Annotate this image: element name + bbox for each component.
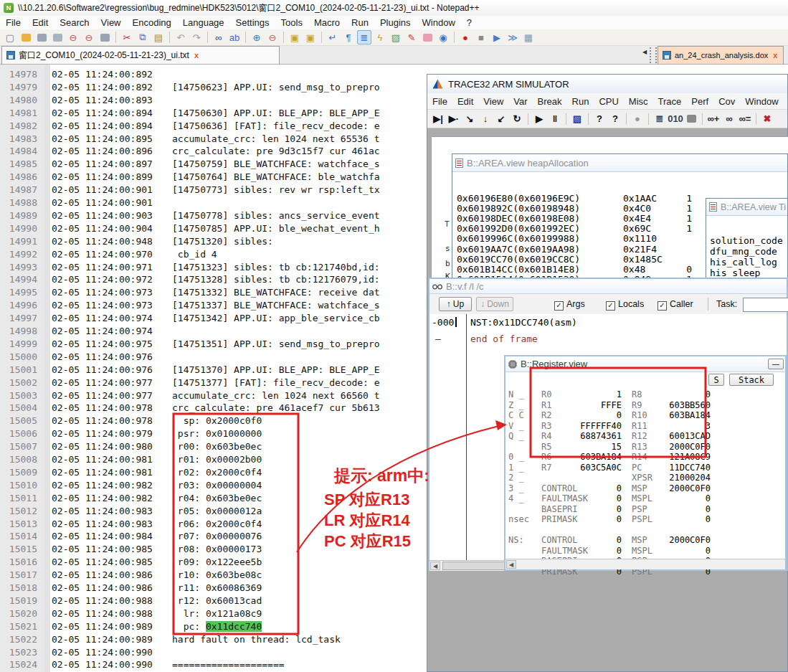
npp-menu-macro[interactable]: Macro [308,16,346,29]
show-all-chars-icon[interactable]: ≣ [357,30,371,44]
save-all-icon[interactable] [50,30,65,44]
tab-scroll-left-icon[interactable]: ◀ [642,49,647,55]
register-window-titlebar[interactable]: B::Register.view — [505,356,785,372]
error-icon[interactable]: ✖ [760,111,774,126]
save-icon[interactable] [34,30,49,44]
list-icon[interactable]: ≣ [652,111,667,126]
break-icon[interactable]: ‖ [548,111,562,126]
npp-menu-view[interactable]: View [95,16,127,29]
save-macro-icon[interactable]: ▦ [521,30,536,44]
step-icon[interactable]: ▶| [431,111,445,126]
record-macro-icon[interactable]: ● [458,30,473,44]
minimize-button[interactable]: — [768,359,784,369]
context-help-icon[interactable]: ? [608,111,622,126]
var-add-icon[interactable]: ∞+ [706,111,721,126]
run-multi-macro-icon[interactable]: ≫ [505,30,520,44]
register-view-window[interactable]: B::Register.view — N _R01R80Z _R1FFFER96… [504,355,787,571]
go-return-icon[interactable]: ↙ [494,111,508,126]
npp-menu-edit[interactable]: Edit [27,16,54,29]
frame-window-titlebar[interactable]: B::v.f /l /c [429,279,787,294]
word-wrap-icon[interactable]: ↵ [326,30,340,44]
scroll-left-arrow-icon[interactable]: ◀ [430,562,440,570]
npp-menu-file[interactable]: File [0,16,27,29]
sync-scroll-h-icon[interactable]: ▣ [303,30,318,44]
chip-icon[interactable] [684,111,698,126]
scroll-left-arrow-icon[interactable]: ◀ [506,560,516,569]
new-file-icon[interactable]: ▢ [3,30,17,44]
stop-macro-icon[interactable]: ■ [474,30,488,44]
t32-menu-file[interactable]: File [427,95,452,108]
redo-icon[interactable]: ↷ [189,30,204,44]
copy-icon[interactable]: ⧉ [136,30,150,44]
t32-menu-edit[interactable]: Edit [452,95,478,108]
open-folder-icon[interactable] [19,30,33,44]
npp-menu-run[interactable]: Run [346,16,374,29]
npp-menu-encoding[interactable]: Encoding [127,16,177,29]
print-icon[interactable] [98,30,112,44]
t32-menu-view[interactable]: View [478,95,508,108]
pane-splitter[interactable] [650,47,657,63]
find-icon[interactable]: ∞ [212,30,226,44]
dump-icon[interactable]: 010 [668,111,683,126]
tab-close-icon[interactable]: x [194,51,199,60]
t32-menu-cov[interactable]: Cov [713,95,740,108]
frame-up-button[interactable]: ↑ Up [439,297,472,311]
step-diverge-icon[interactable]: ↘ [462,111,477,126]
close-all-docs-icon[interactable]: ⊖ [82,30,96,44]
stop-icon[interactable]: ● [630,111,645,126]
npp-menu-?[interactable]: ? [461,16,478,29]
t32-menu-misc[interactable]: Misc [624,95,653,108]
npp-menu-language[interactable]: Language [177,16,230,29]
area-ti-window[interactable]: B::AREA.view Ti solution_codedfu_mng_cod… [706,198,788,278]
function-list-icon[interactable]: ϟ [373,30,387,44]
npp-titlebar[interactable]: N \\10.21.20.6\Software2\regression\bug_… [0,0,788,16]
npp-menu-search[interactable]: Search [54,16,95,29]
frame-down-button[interactable]: ↓ Down [476,297,513,311]
doc-edit-icon[interactable]: ✎ [404,30,419,44]
paste-icon[interactable]: ▤ [151,30,166,44]
doc-map-icon[interactable]: ▧ [389,30,403,44]
t32-menu-window[interactable]: Window [740,95,783,108]
npp-tab-secondary[interactable]: an_24_crash_analysis.dox x [658,46,784,64]
var-view-icon[interactable]: ∞ [722,111,736,126]
replace-icon[interactable]: ab [227,30,242,44]
t32-menu-var[interactable]: Var [508,95,532,108]
t32-menu-trace[interactable]: Trace [653,95,687,108]
cut-icon[interactable]: ✂ [120,30,134,44]
stack-button[interactable]: Stack [729,374,774,386]
sync-scroll-v-icon[interactable]: ▣ [288,30,302,44]
zoom-out-icon[interactable]: ⊖ [265,30,280,44]
go-up-icon[interactable]: ↻ [510,111,524,126]
heap-window-titlebar[interactable]: B::AREA.view heapAllocation [452,154,787,172]
help-icon[interactable]: ? [592,111,607,126]
run-icon[interactable]: ▶ [532,111,546,126]
play-macro-icon[interactable]: ▶ [490,30,504,44]
checkbox-locals[interactable]: ✓Locals [606,299,644,311]
trace32-titlebar[interactable]: TRACE32 ARM SIMULATOR [427,75,787,93]
checkbox-caller[interactable]: ✓Caller [658,299,693,311]
npp-tab-active[interactable]: 窗口2_COM10_(2024-02-05-11-21-23)_ui.txt x [1,46,280,64]
go-down-icon[interactable]: ↓ [478,111,493,126]
step-over-icon[interactable]: ▶· [447,111,461,126]
task-input[interactable] [743,298,788,312]
npp-menu-tools[interactable]: Tools [275,16,308,29]
t32-menu-cpu[interactable]: CPU [594,95,623,108]
project-panel-icon[interactable] [420,30,435,44]
ti-window-titlebar[interactable]: B::AREA.view Ti [706,199,787,216]
pilcrow-icon[interactable]: ¶ [341,30,356,44]
t32-menu-break[interactable]: Break [533,95,567,108]
checkbox-args[interactable]: ✓Args [554,299,585,311]
register-hscrollbar[interactable]: ◀ [505,559,785,569]
tab-close-icon[interactable]: x [773,51,777,60]
npp-menu-window[interactable]: Window [417,16,461,29]
t32-menu-perf[interactable]: Perf [686,95,713,108]
zoom-in-icon[interactable]: ⊕ [250,30,264,44]
mode-icon[interactable]: ▨ [570,111,584,126]
s-button[interactable]: S [708,374,724,386]
npp-menu-plugins[interactable]: Plugins [374,16,417,29]
t32-menu-run[interactable]: Run [567,95,594,108]
view-eye-icon[interactable]: ◉ [436,30,450,44]
close-doc-icon[interactable]: ⊖ [66,30,80,44]
var-watch-icon[interactable]: ∞= [738,111,752,126]
undo-icon[interactable]: ↶ [174,30,188,44]
